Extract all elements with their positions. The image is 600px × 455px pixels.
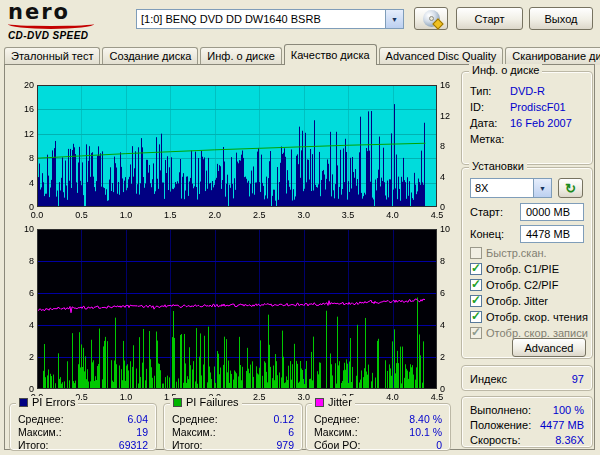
checkbox-show-jitter[interactable]: Отобр. Jitter <box>470 294 548 308</box>
refresh-icon: ↻ <box>565 182 576 195</box>
exit-button[interactable]: Выход <box>529 7 593 30</box>
advanced-button[interactable]: Advanced <box>512 338 586 357</box>
nero-cd-dvd-speed-window: nero CD-DVD SPEED [1:0] BENQ DVD DD DW16… <box>0 0 600 455</box>
disc-id-label: ID: <box>470 101 510 113</box>
checkbox-icon[interactable] <box>470 311 482 323</box>
speed-select[interactable]: 8X ▼ <box>470 178 552 198</box>
drive-select[interactable]: [1:0] BENQ DVD DD DW1640 BSRB ▼ <box>136 9 404 29</box>
jitter-legend-swatch <box>315 398 324 407</box>
drive-select-value: [1:0] BENQ DVD DD DW1640 BSRB <box>137 13 385 25</box>
start-position-value: 0000 MB <box>526 206 570 218</box>
settings-group-title: Установки <box>469 160 527 172</box>
progress-group: Выполнено: 100 % Положение: 4477 MB Скор… <box>461 396 593 448</box>
tab-create-disc[interactable]: Создание диска <box>102 47 198 65</box>
stat-label: Среднее: <box>314 413 360 425</box>
stat-value: 19 <box>136 426 148 438</box>
jitter-title: Jitter <box>328 396 352 408</box>
start-button[interactable]: Старт <box>456 7 523 30</box>
disc-type-value: DVD-R <box>510 85 545 97</box>
stat-label: Итого: <box>172 439 202 451</box>
stat-value: 0.12 <box>274 413 294 425</box>
checkbox-fast-scan[interactable]: Быстр.скан. <box>470 246 547 260</box>
stat-label: Максим.: <box>172 426 216 438</box>
speed-row: Скорость: 8.36X <box>470 433 584 446</box>
checkbox-show-c2-pif-label: Отобр. C2/PIF <box>486 279 558 291</box>
speed-value: 8.36X <box>555 434 584 446</box>
index-value: 97 <box>572 373 584 385</box>
stat-value: 69312 <box>119 439 148 451</box>
pi-failures-stats: PI Failures Среднее:0.12 Максим.:6 Итого… <box>163 403 303 451</box>
position-row: Положение: 4477 MB <box>470 418 584 431</box>
pif-jitter-chart <box>9 221 461 403</box>
stat-label: Среднее: <box>172 413 218 425</box>
disc-label-label: Метка: <box>470 133 510 145</box>
stat-label: Сбои PO: <box>314 439 360 451</box>
speed-select-value: 8X <box>471 182 533 194</box>
refresh-button[interactable]: ↻ <box>558 178 583 198</box>
tab-strip: Эталонный тест Создание диска Инф. о дис… <box>4 45 600 65</box>
disc-id-value: ProdiscF01 <box>510 101 566 113</box>
checkbox-show-c1-pie[interactable]: Отобр. C1/PIE <box>470 262 559 276</box>
settings-group: Установки 8X ▼ ↻ Старт: 0000 MB Конец: 4… <box>461 167 593 359</box>
pi-errors-legend-swatch <box>19 398 28 407</box>
disc-tool-button[interactable] <box>414 7 448 30</box>
tab-disc-quality[interactable]: Качество диска <box>284 44 377 65</box>
stat-value: 8.40 % <box>409 413 442 425</box>
checkbox-icon[interactable] <box>470 327 482 339</box>
stat-label: Максим.: <box>18 426 62 438</box>
checkbox-show-c1-pie-label: Отобр. C1/PIE <box>486 263 559 275</box>
disc-type-label: Тип: <box>470 85 510 97</box>
index-label: Индекс <box>470 373 507 385</box>
checkbox-icon[interactable] <box>470 247 482 259</box>
stat-value: 0 <box>436 439 442 451</box>
product-name-text: CD-DVD SPEED <box>8 31 133 41</box>
position-value: 4477 MB <box>540 419 584 431</box>
stat-value: 6 <box>288 426 294 438</box>
start-position-label: Старт: <box>470 206 503 220</box>
start-position-field[interactable]: 0000 MB <box>520 203 584 221</box>
tab-scan-disc[interactable]: Сканирование диска <box>505 47 600 65</box>
disc-id-row: ID: ProdiscF01 <box>470 100 586 114</box>
speed-label: Скорость: <box>470 434 521 446</box>
tab-advanced-disc-quality[interactable]: Advanced Disc Quality <box>379 47 504 65</box>
checkbox-icon[interactable] <box>470 263 482 275</box>
chevron-down-icon[interactable]: ▼ <box>533 179 551 197</box>
disc-info-group-title: Инф. о диске <box>469 64 542 76</box>
stat-value: 6.04 <box>128 413 148 425</box>
disc-info-group: Инф. о диске Тип: DVD-R ID: ProdiscF01 Д… <box>461 71 593 165</box>
index-row: Индекс 97 <box>470 372 584 385</box>
disc-type-row: Тип: DVD-R <box>470 84 586 98</box>
checkbox-show-read-speed-label: Отобр. скор. чтения <box>486 311 588 323</box>
disc-date-row: Дата: 16 Feb 2007 <box>470 116 586 130</box>
chevron-down-icon[interactable]: ▼ <box>385 10 403 28</box>
done-row: Выполнено: 100 % <box>470 403 584 416</box>
index-group: Индекс 97 <box>461 365 593 391</box>
end-position-field[interactable]: 4478 MB <box>520 225 584 243</box>
pie-errors-chart <box>9 77 461 221</box>
disc-icon <box>423 10 440 27</box>
tab-disc-info[interactable]: Инф. о диске <box>200 47 281 65</box>
pi-failures-title: PI Failures <box>186 396 239 408</box>
end-position-value: 4478 MB <box>526 228 570 240</box>
stat-label: Среднее: <box>18 413 64 425</box>
pi-errors-stats: PI Errors Среднее:6.04 Максим.:19 Итого:… <box>9 403 157 451</box>
checkbox-icon[interactable] <box>470 279 482 291</box>
pi-failures-legend-swatch <box>173 398 182 407</box>
tab-benchmark[interactable]: Эталонный тест <box>4 47 100 65</box>
checkbox-show-jitter-label: Отобр. Jitter <box>486 295 548 307</box>
stat-value: 979 <box>276 439 294 451</box>
pi-errors-title: PI Errors <box>32 396 75 408</box>
checkbox-fast-scan-label: Быстр.скан. <box>486 247 547 259</box>
checkbox-show-c2-pif[interactable]: Отобр. C2/PIF <box>470 278 558 292</box>
end-position-label: Конец: <box>470 228 504 242</box>
disc-label-row: Метка: <box>470 132 586 146</box>
checkbox-show-read-speed[interactable]: Отобр. скор. чтения <box>470 310 588 324</box>
disc-quality-page: Инф. о диске Тип: DVD-R ID: ProdiscF01 Д… <box>4 64 595 450</box>
checkbox-icon[interactable] <box>470 295 482 307</box>
stat-label: Итого: <box>18 439 48 451</box>
disc-date-value: 16 Feb 2007 <box>510 117 572 129</box>
nero-logo: nero CD-DVD SPEED <box>8 2 133 41</box>
done-label: Выполнено: <box>470 404 531 416</box>
disc-date-label: Дата: <box>470 117 510 129</box>
stat-value: 10.1 % <box>409 426 442 438</box>
